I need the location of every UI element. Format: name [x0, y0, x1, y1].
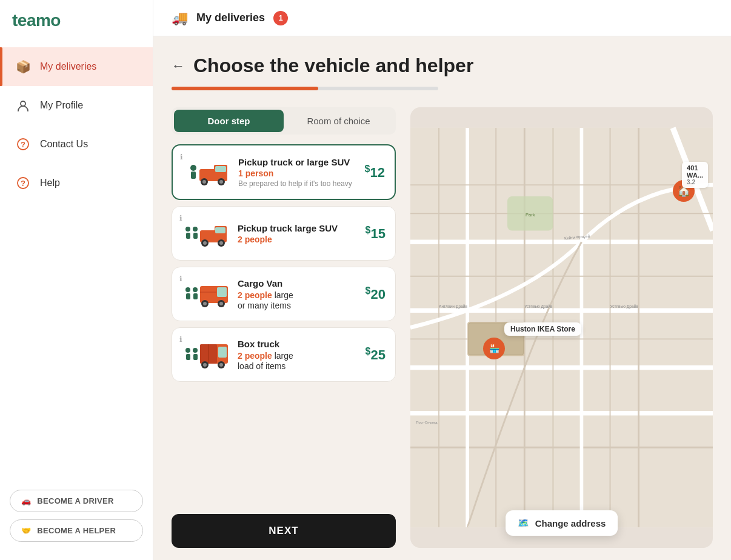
logo-area: teamo: [0, 0, 153, 41]
contact-icon: ?: [15, 136, 32, 153]
map-store-label: Huston IKEA Store: [504, 322, 581, 336]
left-panel: Door step Room of choice ℹ: [172, 107, 396, 548]
sidebar-item-label: Contact Us: [40, 139, 88, 150]
svg-rect-9: [215, 166, 226, 172]
svg-point-45: [203, 363, 207, 367]
sidebar-item-help[interactable]: ? Help: [0, 164, 153, 202]
svg-point-5: [190, 165, 196, 171]
sidebar-item-label: My deliveries: [40, 61, 96, 72]
vehicle-info-pickup-1: Pickup truck or large SUV 1 person Be pr…: [238, 156, 358, 188]
svg-point-36: [185, 348, 190, 353]
sidebar-item-my-deliveries[interactable]: 📦 My deliveries: [0, 47, 153, 86]
next-button[interactable]: NEXT: [172, 514, 396, 548]
svg-text:Устявью Драйв: Устявью Драйв: [524, 304, 553, 309]
helper-icon: 🤝: [21, 526, 31, 535]
info-icon-3: ℹ: [179, 275, 182, 283]
vehicle-card-pickup-2[interactable]: ℹ: [172, 206, 396, 261]
vehicle-name: Pickup truck large SUV: [238, 222, 358, 235]
page-title: Choose the vehicle and helper: [193, 55, 473, 77]
back-button[interactable]: ←: [172, 58, 185, 74]
two-column-layout: Door step Room of choice ℹ: [172, 107, 713, 548]
svg-point-22: [203, 241, 207, 245]
change-address-label: Change address: [535, 518, 606, 528]
tab-switcher: Door step Room of choice: [172, 107, 396, 135]
progress-bar-container: [172, 87, 438, 90]
vehicle-info-cargo-van: Cargo Van 2 people large or many items: [238, 278, 358, 310]
change-address-button[interactable]: 🗺️ Change address: [506, 510, 618, 536]
map-store-pin: 🏪: [483, 338, 505, 359]
sidebar: teamo 📦 My deliveries My Profile ? Conta…: [0, 0, 153, 560]
info-icon-1: ℹ: [180, 153, 183, 161]
svg-point-16: [193, 227, 198, 232]
svg-point-38: [193, 348, 198, 353]
info-icon-2: ℹ: [179, 214, 182, 222]
svg-text:Антлоин-Драйв: Антлоин-Драйв: [439, 304, 467, 309]
help-icon: ?: [15, 175, 32, 192]
svg-rect-28: [193, 293, 198, 299]
svg-point-33: [203, 302, 207, 305]
svg-rect-37: [186, 354, 190, 360]
svg-text:?: ?: [21, 140, 25, 149]
svg-text:Park: Park: [526, 212, 535, 218]
profile-icon: [15, 97, 32, 114]
vehicle-name: Box truck: [238, 338, 358, 350]
vehicle-card-cargo-van[interactable]: ℹ: [172, 267, 396, 321]
vehicle-price-pickup-1: $12: [365, 164, 385, 181]
svg-rect-30: [217, 287, 227, 297]
svg-point-0: [21, 101, 25, 106]
vehicle-illustration-cargo-van: [182, 276, 230, 312]
vehicle-people: 1 person: [238, 168, 358, 178]
vehicle-list: ℹ: [172, 144, 396, 505]
become-helper-button[interactable]: 🤝 BECOME A HELPER: [10, 519, 143, 542]
svg-text:?: ?: [21, 179, 25, 188]
sidebar-item-label: Help: [40, 178, 60, 188]
map-area: Park Кейти Фриуэй Антлоин-Драйв Устявью …: [410, 107, 713, 548]
vehicle-card-pickup-1[interactable]: ℹ: [172, 144, 396, 200]
vehicle-illustration-box-truck: [182, 336, 230, 373]
svg-point-24: [219, 241, 223, 245]
svg-rect-17: [193, 233, 198, 239]
map-icon: 🗺️: [518, 518, 529, 528]
vehicle-price-box-truck: $25: [366, 346, 386, 363]
svg-rect-39: [193, 354, 198, 360]
svg-point-35: [219, 302, 223, 305]
content-area: ← Choose the vehicle and helper Door ste…: [153, 36, 731, 560]
svg-point-47: [219, 363, 223, 367]
svg-point-11: [202, 180, 206, 184]
vehicle-card-box-truck[interactable]: ℹ: [172, 327, 396, 382]
driver-icon: 🚗: [21, 496, 31, 505]
svg-point-25: [185, 287, 190, 292]
sidebar-item-contact-us[interactable]: ? Contact Us: [0, 125, 153, 164]
vehicle-people: 2 people large: [238, 290, 358, 301]
progress-bar-fill: [172, 87, 318, 90]
become-driver-button[interactable]: 🚗 BECOME A DRIVER: [10, 490, 143, 512]
info-icon-4: ℹ: [179, 335, 182, 344]
svg-text:Устявью Драйв: Устявью Драйв: [610, 304, 639, 309]
sidebar-nav: 📦 My deliveries My Profile ? Contact Us …: [0, 41, 153, 478]
vehicle-name: Cargo Van: [238, 278, 358, 290]
topbar: 🚚 My deliveries 1: [153, 0, 731, 36]
vehicle-people: 2 people: [238, 235, 358, 244]
tab-door-step[interactable]: Door step: [174, 110, 284, 132]
sidebar-bottom: 🚗 BECOME A DRIVER 🤝 BECOME A HELPER: [0, 478, 153, 560]
vehicle-price-cargo-van: $20: [366, 285, 386, 302]
sidebar-item-my-profile[interactable]: My Profile: [0, 86, 153, 125]
svg-rect-41: [218, 347, 227, 358]
deliveries-icon: 📦: [15, 58, 32, 75]
vehicle-illustration-pickup-2: [182, 215, 230, 252]
svg-rect-15: [186, 233, 190, 239]
sidebar-item-label: My Profile: [40, 100, 83, 111]
become-helper-label: BECOME A HELPER: [37, 526, 116, 535]
tab-room-of-choice[interactable]: Room of choice: [284, 110, 393, 132]
become-driver-label: BECOME A DRIVER: [37, 496, 113, 505]
vehicle-name: Pickup truck or large SUV: [238, 156, 358, 168]
vehicle-price-pickup-2: $15: [366, 225, 386, 242]
topbar-title: My deliveries: [196, 12, 265, 24]
topbar-badge: 1: [273, 11, 288, 25]
map-address-label: 401 WA... 3.2: [682, 162, 708, 188]
vehicle-note-cargo: or many items: [238, 301, 358, 310]
vehicle-note: Be prepared to help if it's too heavy: [238, 179, 358, 188]
svg-point-14: [185, 227, 190, 232]
vehicle-info-box-truck: Box truck 2 people large load of items: [238, 338, 358, 371]
svg-point-27: [193, 287, 198, 292]
